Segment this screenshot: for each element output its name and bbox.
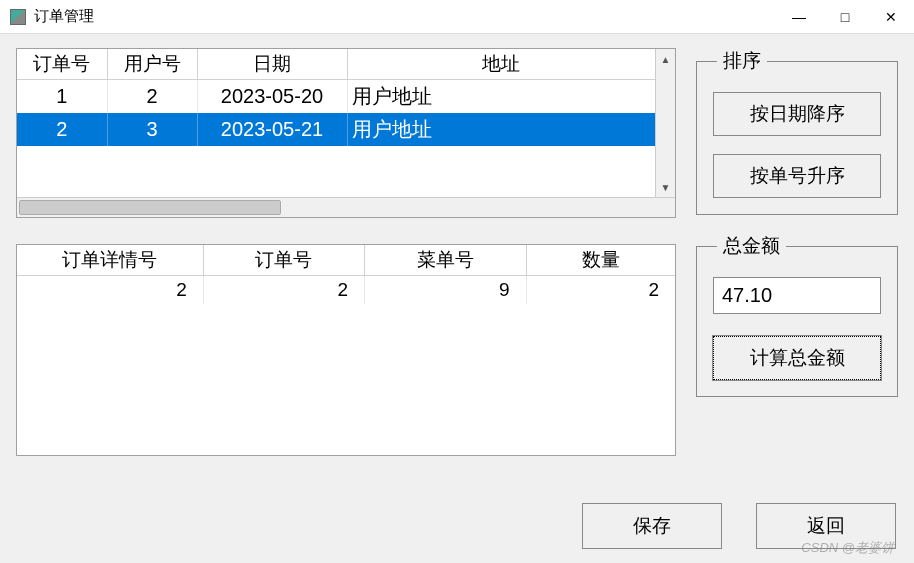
- cell-date: 2023-05-21: [197, 113, 347, 146]
- titlebar: 订单管理 — □ ✕: [0, 0, 914, 34]
- total-legend: 总金额: [717, 233, 786, 259]
- cell-detail-id: 2: [17, 276, 203, 305]
- app-icon: [10, 9, 26, 25]
- cell-user-id: 2: [107, 80, 197, 114]
- cell-order-id: 2: [17, 113, 107, 146]
- orders-col-order-id[interactable]: 订单号: [17, 49, 107, 80]
- details-col-qty[interactable]: 数量: [526, 245, 675, 276]
- total-group: 总金额 计算总金额: [696, 233, 898, 397]
- sort-by-id-asc-button[interactable]: 按单号升序: [713, 154, 881, 198]
- table-row[interactable]: 122023-05-20用户地址: [17, 80, 655, 114]
- cell-address: 用户地址: [347, 113, 655, 146]
- window-title: 订单管理: [34, 7, 776, 26]
- details-col-detail-id[interactable]: 订单详情号: [17, 245, 203, 276]
- details-table[interactable]: 订单详情号 订单号 菜单号 数量 2292: [16, 244, 676, 456]
- details-header: 订单详情号 订单号 菜单号 数量: [17, 245, 675, 276]
- sort-group: 排序 按日期降序 按单号升序: [696, 48, 898, 215]
- scroll-track[interactable]: [656, 69, 675, 177]
- orders-table[interactable]: 订单号 用户号 日期 地址 122023-05-20用户地址232023-05-…: [16, 48, 676, 218]
- details-col-menu-id[interactable]: 菜单号: [365, 245, 526, 276]
- cell-menu-id: 9: [365, 276, 526, 305]
- orders-col-date[interactable]: 日期: [197, 49, 347, 80]
- maximize-button[interactable]: □: [822, 0, 868, 34]
- total-amount-input[interactable]: [713, 277, 881, 314]
- scroll-up-icon[interactable]: ▲: [656, 49, 675, 69]
- cell-date: 2023-05-20: [197, 80, 347, 114]
- table-row[interactable]: 2292: [17, 276, 675, 305]
- minimize-button[interactable]: —: [776, 0, 822, 34]
- table-row[interactable]: 232023-05-21用户地址: [17, 113, 655, 146]
- orders-col-address[interactable]: 地址: [347, 49, 655, 80]
- scroll-down-icon[interactable]: ▼: [656, 177, 675, 197]
- save-button[interactable]: 保存: [582, 503, 722, 549]
- cell-user-id: 3: [107, 113, 197, 146]
- cell-order-id: 2: [203, 276, 364, 305]
- orders-vertical-scrollbar[interactable]: ▲ ▼: [655, 49, 675, 197]
- orders-horizontal-scrollbar[interactable]: [17, 197, 675, 217]
- close-button[interactable]: ✕: [868, 0, 914, 34]
- back-button[interactable]: 返回: [756, 503, 896, 549]
- orders-col-user-id[interactable]: 用户号: [107, 49, 197, 80]
- orders-header: 订单号 用户号 日期 地址: [17, 49, 655, 80]
- cell-qty: 2: [526, 276, 675, 305]
- details-col-order-id[interactable]: 订单号: [203, 245, 364, 276]
- cell-order-id: 1: [17, 80, 107, 114]
- window-controls: — □ ✕: [776, 0, 914, 34]
- sort-by-date-desc-button[interactable]: 按日期降序: [713, 92, 881, 136]
- calculate-total-button[interactable]: 计算总金额: [713, 336, 881, 380]
- sort-legend: 排序: [717, 48, 767, 74]
- cell-address: 用户地址: [347, 80, 655, 114]
